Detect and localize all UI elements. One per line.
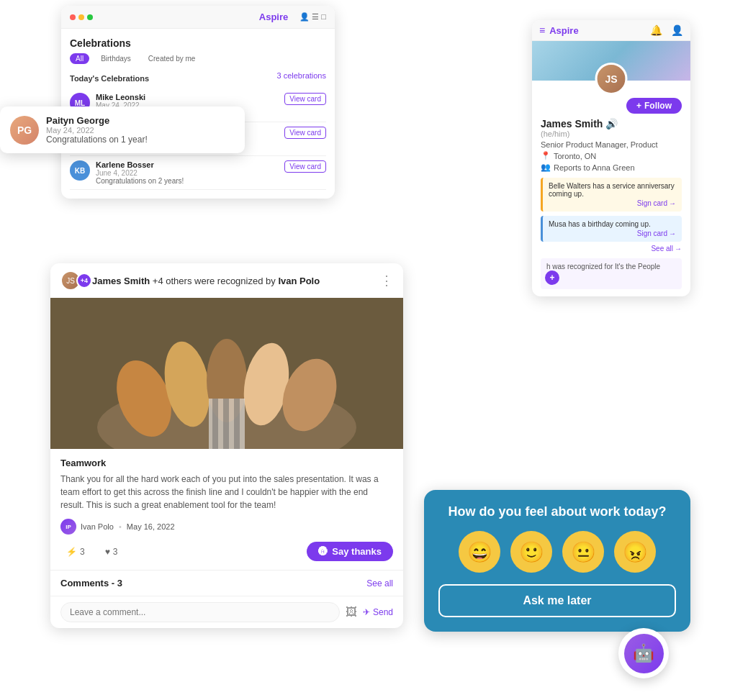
recognition-others: +4 others: [153, 276, 192, 286]
boost-button[interactable]: ⚡ 3: [60, 544, 91, 560]
birthday-text: Musa has a birthday coming up.: [549, 220, 676, 228]
location-text: Toronto, ON: [554, 152, 596, 160]
recognition-notification: h was recognized for It's the People +: [541, 258, 682, 289]
profile-photo: JS: [595, 63, 628, 95]
notif-date: May 24, 2022: [46, 126, 148, 135]
bot-icon-button[interactable]: 🤖: [618, 628, 669, 678]
comment-input[interactable]: [60, 602, 340, 622]
tab-birthdays[interactable]: Birthdays: [95, 53, 137, 64]
say-thanks-label: Say thanks: [332, 546, 382, 557]
celebrations-title: Celebrations: [70, 37, 326, 49]
profile-card-header: ≡ Aspire 🔔 👤: [532, 20, 690, 41]
comment-input-row: 🖼 ✈ Send: [50, 596, 403, 628]
ask-me-later-button[interactable]: Ask me later: [438, 584, 676, 617]
tab-all[interactable]: All: [70, 53, 89, 64]
post-date: May 16, 2022: [127, 522, 175, 531]
minimize-dot: [78, 14, 84, 20]
celeb-msg-3: Congratulations on 2 years!: [96, 177, 279, 185]
pin-icon: 📍: [541, 151, 551, 160]
svg-rect-8: [212, 399, 218, 449]
user-avatar-icon[interactable]: 👤: [671, 24, 683, 36]
profile-pronouns: (he/him): [541, 129, 682, 138]
today-count: 3 celebrations: [277, 71, 327, 80]
profile-aspire-title: Aspire: [549, 25, 578, 36]
bell-icon[interactable]: 🔔: [650, 24, 662, 36]
arrow-icon-1: →: [669, 199, 676, 207]
follow-label: Follow: [644, 101, 672, 111]
recognition-by: Ivan Polo: [278, 276, 320, 286]
window-controls: [70, 14, 93, 20]
recognition-header: JS +4 James Smith +4 others were recogni…: [50, 263, 403, 298]
profile-name: James Smith 🔊: [541, 118, 682, 129]
see-all-text: See all: [651, 245, 673, 253]
recognition-action: were recognized by: [194, 276, 278, 286]
boost-count: 3: [80, 547, 85, 557]
recognition-avatar-count: +4: [76, 273, 92, 288]
header-icons: 👤 ☰ □: [299, 12, 326, 22]
image-attach-icon[interactable]: 🖼: [346, 606, 357, 619]
view-card-btn-2[interactable]: View card: [284, 127, 326, 139]
mood-angry[interactable]: 😠: [614, 531, 656, 573]
celeb-name-1: Mike Leonski: [96, 93, 279, 101]
comments-section-header: Comments - 3 See all: [50, 570, 403, 596]
celeb-date-3: June 4, 2022: [96, 169, 279, 177]
view-card-btn-3[interactable]: View card: [284, 160, 326, 173]
arrow-icon-all: →: [675, 245, 682, 253]
author-name-text: Ivan Polo: [81, 522, 114, 531]
today-section: Today's Celebrations 3 celebrations: [70, 71, 326, 84]
profile-location: 📍 Toronto, ON: [541, 151, 682, 160]
badge-title: Teamwork: [60, 458, 393, 468]
more-options-icon[interactable]: ⋮: [380, 273, 393, 288]
like-button[interactable]: ♥ 3: [99, 544, 124, 560]
mood-very-happy[interactable]: 😄: [459, 531, 500, 573]
profile-cover: JS: [532, 41, 690, 81]
people-icon: 👥: [541, 163, 551, 172]
recognition-subject: James Smith: [92, 276, 150, 286]
author-avatar: IP: [60, 519, 76, 535]
separator: •: [119, 522, 122, 531]
heart-icon: ♥: [105, 547, 110, 557]
celebrations-tabs[interactable]: All Birthdays Created by me: [70, 53, 326, 64]
notif-name: Paityn George: [46, 115, 148, 126]
like-count: 3: [113, 547, 118, 557]
view-card-btn-1[interactable]: View card: [284, 93, 326, 105]
mood-happy[interactable]: 🙂: [510, 531, 552, 573]
mood-neutral[interactable]: 😐: [562, 531, 604, 573]
notif-avatar: PG: [10, 116, 39, 145]
recognition-title: James Smith +4 others were recognized by…: [92, 276, 374, 286]
recognition-actions: ⚡ 3 ♥ 3 🅐 Say thanks: [60, 542, 393, 561]
svg-rect-9: [223, 399, 229, 449]
profile-reports: 👥 Reports to Anna Green: [541, 163, 682, 172]
menu-icon[interactable]: ≡: [539, 24, 545, 36]
follow-plus-icon: +: [636, 101, 641, 111]
say-thanks-button[interactable]: 🅐 Say thanks: [307, 542, 393, 561]
recognition-avatar-stack: JS +4: [60, 271, 86, 291]
aspire-icon: 🅐: [318, 546, 328, 557]
see-all-link[interactable]: See all →: [541, 242, 682, 255]
bot-face: 🤖: [624, 634, 664, 673]
sign-card-link-2[interactable]: Sign card →: [549, 229, 676, 237]
see-all-comments[interactable]: See all: [366, 578, 393, 588]
reports-text: Reports to Anna Green: [554, 163, 635, 172]
send-comment-button[interactable]: ✈ Send: [363, 607, 393, 617]
celeb-item-3: KB Karlene Bosser June 4, 2022 Congratul…: [70, 156, 326, 190]
sign-card-link-1[interactable]: Sign card →: [549, 199, 676, 207]
close-dot: [70, 14, 76, 20]
mood-emojis: 😄 🙂 😐 😠: [438, 531, 676, 573]
celeb-name-3: Karlene Bosser: [96, 160, 279, 169]
add-recognition-btn[interactable]: +: [545, 271, 559, 285]
follow-button[interactable]: + Follow: [626, 98, 682, 114]
celeb-info-3: Karlene Bosser June 4, 2022 Congratulati…: [96, 160, 279, 185]
notif-text: Congratulations on 1 year!: [46, 135, 148, 145]
sound-icon: 🔊: [605, 118, 618, 129]
profile-role: Senior Product Manager, Product: [541, 140, 682, 149]
mood-widget: How do you feel about work today? 😄 🙂 😐 …: [424, 490, 690, 632]
aspire-logo: Aspire: [259, 12, 288, 22]
card-titlebar: Aspire 👤 ☰ □: [61, 6, 335, 29]
send-label: Send: [373, 607, 393, 617]
anniversary-text: Belle Walters has a service anniversary …: [549, 182, 676, 198]
tab-created-by-me[interactable]: Created by me: [143, 53, 202, 64]
recognition-image: [50, 298, 403, 449]
teamwork-illustration: [50, 298, 403, 449]
arrow-icon-2: →: [669, 229, 676, 237]
